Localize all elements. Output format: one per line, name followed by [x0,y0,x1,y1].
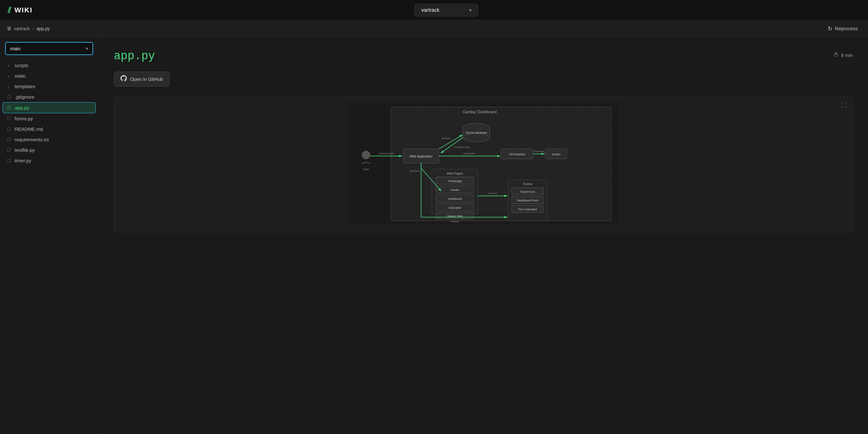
file-title: app.py [114,50,155,63]
svg-text:User: User [363,168,369,171]
chevron-right-icon: › [6,63,11,68]
svg-text:Forms: Forms [523,182,532,186]
chevron-down-icon: ▾ [469,8,471,13]
svg-text:PSA Calculator: PSA Calculator [518,208,537,211]
svg-text:Scripts: Scripts [552,153,561,156]
sidebar-file-label: .gitignore [14,94,34,99]
sidebar-file-label: timer.py [14,158,31,163]
sidebar-folder-label: static [14,73,26,79]
sidebar-folder-label: templates [14,84,35,89]
sidebar-item-static[interactable]: › static [0,70,98,81]
refresh-icon: ↻ [828,25,832,32]
clock-icon: ⏱ [833,52,838,58]
sidebar-item-timer[interactable]: ☐ timer.py [0,155,98,166]
diagram-container: ⛶ Cardiac Dashboard [114,97,853,232]
sidebar: main ▾ › scripts › static › templates ☐ … [0,37,99,434]
branch-selector[interactable]: main ▾ [5,42,93,55]
svg-text:Renders: Renders [410,170,420,172]
svg-text:Handles: Handles [450,220,459,223]
file-icon: ☐ [6,94,11,99]
sidebar-item-readme[interactable]: ☐ README.md [0,124,98,134]
sidebar-file-label: forms.py [14,116,33,121]
sidebar-item-formspy[interactable]: ☐ forms.py [0,113,98,124]
sidebar-file-label: testfile.py [14,147,35,153]
svg-text:Provides Data: Provides Data [454,146,470,149]
architecture-diagram: Cardiac Dashboard User Web Application S… [121,104,846,224]
svg-text:Web Pages: Web Pages [447,172,463,175]
sidebar-file-label: README.md [14,126,43,132]
nav-center: vartrack ▾ [32,4,860,17]
logo-slash: // [8,5,10,15]
svg-point-6 [362,151,370,160]
sidebar-item-testfile[interactable]: ☐ testfile.py [0,145,98,155]
file-icon: ☐ [6,127,11,132]
logo-text: WIKI [14,6,33,14]
svg-text:Schedules: Schedules [463,152,475,155]
top-nav: // WIKI vartrack ▾ [0,0,868,20]
svg-text:Interacts With: Interacts With [379,152,394,155]
content-area: app.py ⏱ 6 min Open in GitHub ⛶ [99,37,868,434]
repo-selector-label: vartrack [421,7,439,13]
read-time: ⏱ 6 min [833,52,853,58]
sidebar-item-requirements[interactable]: ☐ requirements.txt [0,134,98,145]
svg-text:Cardiac Dashboard: Cardiac Dashboard [463,110,497,114]
svg-text:Dashboard: Dashboard [448,197,462,200]
svg-text:Web Application: Web Application [409,155,432,158]
svg-text:Panel Form: Panel Form [521,190,535,194]
reprocess-label: Reprocess [835,26,858,31]
github-button-label: Open in GitHub [130,76,163,82]
sidebar-file-label: app.py [15,105,29,110]
breadcrumb-bar: 🖥 vartrack › app.py ↻ Reprocess [0,20,868,37]
sidebar-file-label: requirements.txt [14,137,49,142]
svg-rect-4 [391,107,611,221]
breadcrumb: 🖥 vartrack › app.py [6,26,50,31]
sidebar-item-apppy[interactable]: ☐ app.py [3,102,96,113]
file-icon: ☐ [7,105,12,110]
branch-chevron-icon: ▾ [86,46,88,51]
open-github-button[interactable]: Open in GitHub [114,71,169,87]
svg-text:Queries: Queries [442,137,450,140]
branch-label: main [10,46,21,51]
chevron-right-icon: › [6,74,11,79]
file-icon: ☐ [6,148,11,152]
svg-text:Calculator: Calculator [448,206,461,209]
breadcrumb-separator: › [32,26,34,31]
sidebar-item-gitignore[interactable]: ☐ .gitignore [0,92,98,102]
breadcrumb-file: app.py [36,26,50,31]
breadcrumb-repo[interactable]: vartrack [14,26,30,31]
svg-text:Executes: Executes [533,150,544,153]
main-layout: main ▾ › scripts › static › templates ☐ … [0,37,868,434]
file-header: app.py ⏱ 6 min [114,50,853,63]
svg-text:Contains: Contains [488,192,498,195]
svg-text:APScheduler: APScheduler [509,153,525,156]
file-icon: ☐ [6,116,11,121]
svg-point-14 [463,133,490,142]
svg-text:Dashboard Form: Dashboard Form [517,199,538,202]
repo-selector[interactable]: vartrack ▾ [414,4,478,17]
sidebar-folder-label: scripts [14,63,28,68]
github-icon [121,75,127,83]
svg-text:Panels: Panels [451,189,459,192]
svg-text:SQLite Database: SQLite Database [465,131,487,134]
logo: // WIKI [8,5,32,15]
sidebar-item-templates[interactable]: › templates [0,81,98,92]
file-icon: ☐ [6,137,11,142]
monitor-icon: 🖥 [6,26,11,31]
expand-icon[interactable]: ⛶ [842,102,847,109]
reprocess-button[interactable]: ↻ Reprocess [824,23,862,34]
file-icon: ☐ [6,158,11,163]
chevron-right-icon: › [6,84,11,89]
read-time-value: 6 min [841,53,853,58]
sidebar-item-scripts[interactable]: › scripts [0,60,98,70]
svg-text:Homepage: Homepage [448,179,462,183]
